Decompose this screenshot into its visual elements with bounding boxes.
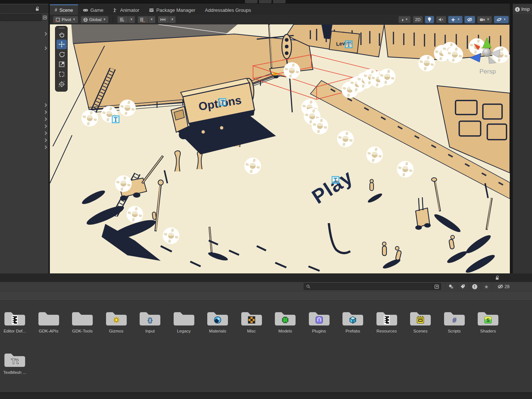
search-by-label-button[interactable] bbox=[457, 283, 468, 290]
hierarchy-foldout-icon[interactable] bbox=[44, 32, 47, 36]
folder-resources[interactable]: Resources bbox=[370, 310, 403, 333]
hidden-objects-toggle[interactable] bbox=[464, 16, 475, 23]
textmesh-gizmo[interactable] bbox=[112, 116, 119, 123]
camera-dropdown[interactable]: ▼ bbox=[477, 16, 492, 23]
folder-prefabs[interactable]: Prefabs bbox=[336, 310, 369, 333]
light-gizmo[interactable] bbox=[245, 158, 261, 174]
gizmos-dropdown[interactable]: ▼ bbox=[494, 16, 509, 23]
hierarchy-foldout-icon[interactable] bbox=[44, 146, 47, 149]
light-gizmo[interactable] bbox=[447, 47, 463, 63]
textmesh-gizmo[interactable] bbox=[219, 99, 226, 105]
grid-axis-icon: Y bbox=[117, 16, 126, 23]
hierarchy-foldout-icon[interactable] bbox=[44, 139, 47, 142]
folder-misc[interactable]: Misc bbox=[235, 310, 268, 333]
light-gizmo[interactable] bbox=[115, 175, 132, 192]
light-gizmo[interactable] bbox=[119, 100, 136, 116]
hidden-count-toggle[interactable]: 28 bbox=[492, 283, 514, 290]
light-gizmo[interactable] bbox=[366, 147, 383, 163]
light-gizmo[interactable] bbox=[82, 110, 98, 127]
project-breadcrumb-bar[interactable] bbox=[0, 291, 532, 301]
folder-models[interactable]: Models bbox=[269, 310, 302, 333]
light-gizmo[interactable] bbox=[163, 228, 180, 244]
favorites-star-button[interactable]: ★ bbox=[481, 283, 492, 290]
hierarchy-search-input[interactable] bbox=[0, 14, 41, 21]
tab-inspector[interactable]: i Insp bbox=[513, 4, 532, 14]
textmesh-gizmo[interactable] bbox=[332, 177, 339, 183]
folder-scenes[interactable]: Scenes bbox=[404, 310, 437, 333]
light-gizmo[interactable] bbox=[127, 206, 143, 223]
hierarchy-foldout-icon[interactable] bbox=[44, 125, 47, 128]
hierarchy-foldout-icon[interactable] bbox=[44, 132, 47, 135]
tab-game[interactable]: Game bbox=[78, 4, 108, 15]
audio-toggle[interactable] bbox=[436, 16, 446, 23]
light-gizmo[interactable] bbox=[312, 118, 328, 134]
light-gizmo[interactable] bbox=[379, 69, 396, 85]
perspective-label[interactable]: Persp bbox=[480, 68, 496, 75]
effects-dropdown[interactable]: ▼ bbox=[448, 16, 463, 23]
hierarchy-foldout-icon[interactable] bbox=[44, 103, 47, 107]
tab-scene[interactable]: # Scene bbox=[50, 4, 78, 15]
global-dropdown[interactable]: Global ▼ bbox=[81, 16, 109, 23]
overlay-drag-handle[interactable] bbox=[59, 28, 65, 28]
toolbar-separator bbox=[113, 17, 113, 23]
tab-package-manager[interactable]: Package Manager bbox=[144, 4, 200, 15]
folder-textmesh[interactable]: TtTextMesh ... bbox=[0, 351, 31, 375]
folder-label: Scenes bbox=[404, 329, 437, 333]
folder-icon: {} bbox=[138, 310, 162, 328]
grid-visibility-dropdown[interactable]: Y ▼ bbox=[117, 16, 135, 23]
globe-icon bbox=[83, 17, 88, 22]
console-alert-button[interactable]: ! bbox=[469, 283, 480, 290]
hierarchy-foldout-icon[interactable] bbox=[44, 47, 47, 50]
rotate-tool[interactable] bbox=[57, 50, 67, 59]
light-gizmo[interactable] bbox=[397, 161, 414, 178]
project-search[interactable] bbox=[304, 283, 441, 290]
folder-materials[interactable]: Materials bbox=[201, 310, 234, 333]
hierarchy-picker-icon[interactable] bbox=[42, 14, 48, 21]
folder-plugins[interactable]: Plugins bbox=[303, 310, 336, 333]
folder-gdk-tools[interactable]: GDK-Tools bbox=[66, 310, 99, 333]
tab-addressables-groups[interactable]: Addressables Groups bbox=[200, 4, 256, 15]
hierarchy-foldout-icon[interactable] bbox=[44, 110, 47, 114]
increment-snap-dropdown[interactable]: ▼ bbox=[158, 16, 176, 23]
lighting-toggle[interactable] bbox=[425, 16, 434, 23]
scene-viewport[interactable]: Options Play Levels z bbox=[50, 24, 510, 273]
textmesh-gizmo[interactable] bbox=[345, 41, 352, 48]
chevron-down-icon[interactable]: ▼ bbox=[148, 16, 155, 23]
search-by-type-button[interactable] bbox=[445, 283, 456, 290]
pivot-dropdown[interactable]: Pivot ▼ bbox=[53, 16, 78, 23]
tab-animator[interactable]: Animator bbox=[108, 4, 144, 15]
light-gizmo[interactable] bbox=[337, 131, 354, 147]
folder-scripts[interactable]: #Scripts bbox=[438, 310, 471, 333]
folder-editor-def[interactable]: Editor Def... bbox=[0, 310, 31, 333]
folder-legacy[interactable]: Legacy bbox=[167, 310, 201, 333]
lock-icon[interactable] bbox=[495, 275, 500, 280]
rect-tool[interactable] bbox=[57, 69, 67, 79]
step-button[interactable] bbox=[273, 0, 286, 3]
folder-shaders[interactable]: SShaders bbox=[471, 310, 505, 333]
chevron-down-icon[interactable]: ▼ bbox=[169, 16, 176, 23]
view-hand-tool[interactable] bbox=[57, 30, 67, 39]
2d-toggle[interactable]: 2D bbox=[413, 16, 423, 23]
panel-divider[interactable] bbox=[510, 4, 513, 273]
chevron-down-icon: ▼ bbox=[405, 18, 408, 21]
scale-tool[interactable] bbox=[57, 59, 67, 69]
pause-button[interactable] bbox=[259, 0, 272, 3]
folder-gdk-apis[interactable]: GDK-APIs bbox=[32, 310, 65, 333]
chevron-down-icon[interactable]: ▼ bbox=[128, 16, 135, 23]
shading-mode-dropdown[interactable]: ◑ ▼ bbox=[398, 16, 411, 23]
pivot-label: Pivot bbox=[62, 17, 71, 22]
light-gizmo[interactable] bbox=[419, 55, 435, 72]
hierarchy-foldout-icon[interactable] bbox=[44, 117, 47, 121]
grid-snapping-dropdown[interactable]: ▼ bbox=[137, 16, 156, 23]
project-search-input[interactable] bbox=[310, 284, 432, 289]
global-label: Global bbox=[89, 17, 102, 22]
move-tool[interactable] bbox=[57, 40, 67, 49]
search-picker-icon[interactable] bbox=[432, 283, 441, 290]
folder-gizmos[interactable]: Gizmos bbox=[100, 310, 133, 333]
play-button[interactable] bbox=[245, 0, 258, 3]
folder-input[interactable]: {}Input bbox=[133, 310, 167, 333]
lock-icon[interactable] bbox=[35, 6, 40, 11]
light-gizmo[interactable] bbox=[284, 62, 300, 79]
project-content[interactable]: Editor Def...GDK-APIsGDK-ToolsGizmos{}In… bbox=[0, 301, 532, 392]
transform-tool[interactable] bbox=[57, 79, 67, 89]
